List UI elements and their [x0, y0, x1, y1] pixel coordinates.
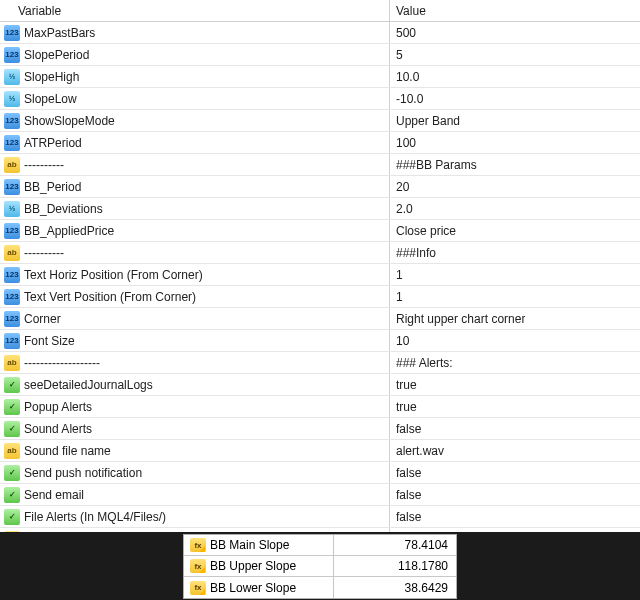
- param-row[interactable]: 123BB_AppliedPriceClose price: [0, 220, 640, 242]
- param-value-label: false: [396, 466, 421, 480]
- param-value-label: ###BB Params: [396, 158, 477, 172]
- param-value-cell[interactable]: false: [390, 418, 640, 439]
- param-row[interactable]: ✓Sound Alertsfalse: [0, 418, 640, 440]
- param-value-cell[interactable]: false: [390, 506, 640, 527]
- param-row[interactable]: 123Text Horiz Position (From Corner)1: [0, 264, 640, 286]
- param-value-label: Close price: [396, 224, 456, 238]
- param-row[interactable]: 123ShowSlopeModeUpper Band: [0, 110, 640, 132]
- param-row[interactable]: 123CornerRight upper chart corner: [0, 308, 640, 330]
- int-type-icon: 123: [4, 179, 20, 195]
- param-variable-cell[interactable]: ✓Send push notification: [0, 462, 390, 483]
- int-type-icon: 123: [4, 135, 20, 151]
- param-variable-cell[interactable]: 123ShowSlopeMode: [0, 110, 390, 131]
- param-variable-cell[interactable]: ✓Send email: [0, 484, 390, 505]
- param-variable-cell[interactable]: ab----------: [0, 154, 390, 175]
- param-row[interactable]: ½BB_Deviations2.0: [0, 198, 640, 220]
- param-row[interactable]: ✓Popup Alertstrue: [0, 396, 640, 418]
- param-value-cell[interactable]: true: [390, 396, 640, 417]
- param-variable-cell[interactable]: ½SlopeHigh: [0, 66, 390, 87]
- param-value-cell[interactable]: 500: [390, 22, 640, 43]
- data-window-row: fxBB Main Slope78.4104: [184, 535, 456, 556]
- param-value-cell[interactable]: Upper Band: [390, 110, 640, 131]
- param-value-cell[interactable]: 2.0: [390, 198, 640, 219]
- fx-indicator-icon: fx: [190, 559, 206, 573]
- param-row[interactable]: 123Text Vert Position (From Corner)1: [0, 286, 640, 308]
- param-variable-cell[interactable]: 123MaxPastBars: [0, 22, 390, 43]
- param-variable-cell[interactable]: 123ATRPeriod: [0, 132, 390, 153]
- param-row[interactable]: 123ATRPeriod100: [0, 132, 640, 154]
- bool-type-icon: ✓: [4, 509, 20, 525]
- param-value-cell[interactable]: Right upper chart corner: [390, 308, 640, 329]
- param-variable-cell[interactable]: ✓seeDetailedJournalLogs: [0, 374, 390, 395]
- int-type-icon: 123: [4, 223, 20, 239]
- param-variable-label: -------------------: [24, 356, 100, 370]
- param-row[interactable]: ab----------###Info: [0, 242, 640, 264]
- param-variable-label: BB_Deviations: [24, 202, 103, 216]
- param-variable-label: Text Horiz Position (From Corner): [24, 268, 203, 282]
- param-value-cell[interactable]: 10: [390, 330, 640, 351]
- param-value-cell[interactable]: false: [390, 484, 640, 505]
- param-variable-cell[interactable]: 123BB_Period: [0, 176, 390, 197]
- param-variable-cell[interactable]: 123Corner: [0, 308, 390, 329]
- param-value-cell[interactable]: ### Alerts:: [390, 352, 640, 373]
- param-value-cell[interactable]: alert.wav: [390, 440, 640, 461]
- param-value-cell[interactable]: Close price: [390, 220, 640, 241]
- param-variable-cell[interactable]: 123BB_AppliedPrice: [0, 220, 390, 241]
- param-row[interactable]: ab----------###BB Params: [0, 154, 640, 176]
- param-row[interactable]: ✓Send emailfalse: [0, 484, 640, 506]
- param-row[interactable]: ½SlopeLow-10.0: [0, 88, 640, 110]
- param-variable-label: BB_AppliedPrice: [24, 224, 114, 238]
- param-variable-cell[interactable]: ✓Sound Alerts: [0, 418, 390, 439]
- param-row[interactable]: 123MaxPastBars500: [0, 22, 640, 44]
- bool-type-icon: ✓: [4, 399, 20, 415]
- param-value-label: 1: [396, 290, 403, 304]
- data-window-value-label: 118.1780: [398, 559, 448, 573]
- param-variable-cell[interactable]: 123Text Vert Position (From Corner): [0, 286, 390, 307]
- param-row[interactable]: ✓Send push notificationfalse: [0, 462, 640, 484]
- param-value-cell[interactable]: ###BB Params: [390, 154, 640, 175]
- param-variable-cell[interactable]: ab-------------------: [0, 352, 390, 373]
- param-row[interactable]: 123SlopePeriod5: [0, 44, 640, 66]
- param-variable-cell[interactable]: 123SlopePeriod: [0, 44, 390, 65]
- param-variable-label: SlopePeriod: [24, 48, 89, 62]
- param-row[interactable]: ab-------------------### Alerts:: [0, 352, 640, 374]
- param-value-cell[interactable]: 1: [390, 264, 640, 285]
- data-window-row: fxBB Lower Slope38.6429: [184, 577, 456, 598]
- data-window-name-cell: fxBB Main Slope: [184, 535, 334, 555]
- param-value-cell[interactable]: false: [390, 462, 640, 483]
- param-variable-label: BB_Period: [24, 180, 81, 194]
- data-window-name-cell: fxBB Lower Slope: [184, 577, 334, 598]
- param-value-cell[interactable]: 100: [390, 132, 640, 153]
- param-variable-cell[interactable]: 123Font Size: [0, 330, 390, 351]
- param-value-label: 10.0: [396, 70, 419, 84]
- header-value[interactable]: Value: [390, 0, 640, 21]
- param-value-label: 2.0: [396, 202, 413, 216]
- param-variable-cell[interactable]: ½SlopeLow: [0, 88, 390, 109]
- bool-type-icon: ✓: [4, 421, 20, 437]
- param-value-cell[interactable]: -10.0: [390, 88, 640, 109]
- param-row[interactable]: 123BB_Period20: [0, 176, 640, 198]
- param-value-cell[interactable]: 10.0: [390, 66, 640, 87]
- int-type-icon: 123: [4, 25, 20, 41]
- param-variable-label: seeDetailedJournalLogs: [24, 378, 153, 392]
- param-row[interactable]: ½SlopeHigh10.0: [0, 66, 640, 88]
- param-value-cell[interactable]: 5: [390, 44, 640, 65]
- param-variable-cell[interactable]: 123Text Horiz Position (From Corner): [0, 264, 390, 285]
- param-value-cell[interactable]: 20: [390, 176, 640, 197]
- param-variable-cell[interactable]: ½BB_Deviations: [0, 198, 390, 219]
- param-row[interactable]: ✓File Alerts (In MQL4/Files/)false: [0, 506, 640, 528]
- param-row[interactable]: abSound file namealert.wav: [0, 440, 640, 462]
- param-row[interactable]: ✓seeDetailedJournalLogstrue: [0, 374, 640, 396]
- param-value-cell[interactable]: ###Info: [390, 242, 640, 263]
- param-value-cell[interactable]: 1: [390, 286, 640, 307]
- param-variable-cell[interactable]: ✓File Alerts (In MQL4/Files/): [0, 506, 390, 527]
- header-variable[interactable]: Variable: [0, 0, 390, 21]
- param-value-cell[interactable]: true: [390, 374, 640, 395]
- param-variable-label: SlopeLow: [24, 92, 77, 106]
- param-variable-cell[interactable]: abSound file name: [0, 440, 390, 461]
- param-variable-cell[interactable]: ✓Popup Alerts: [0, 396, 390, 417]
- param-row[interactable]: 123Font Size10: [0, 330, 640, 352]
- param-variable-label: File Alerts (In MQL4/Files/): [24, 510, 166, 524]
- param-variable-cell[interactable]: ab----------: [0, 242, 390, 263]
- param-variable-label: ATRPeriod: [24, 136, 82, 150]
